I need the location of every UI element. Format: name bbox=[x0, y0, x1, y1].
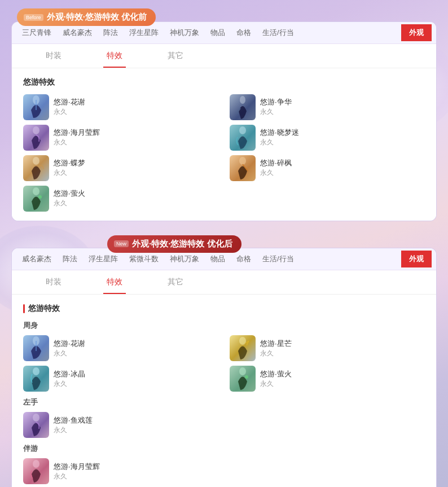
list-item: 悠游·蝶梦 永久 bbox=[23, 155, 218, 181]
tab-shizhuang-after[interactable]: 时装 bbox=[23, 270, 84, 294]
list-item: 悠游·冰晶 永久 bbox=[23, 366, 218, 392]
effect-duration: 永久 bbox=[54, 138, 100, 147]
effect-name: 悠游·冰晶 bbox=[54, 369, 85, 379]
tab-qita-before[interactable]: 其它 bbox=[145, 44, 206, 68]
effect-info-yinghuo2: 悠游·萤火 永久 bbox=[260, 369, 292, 389]
nav-weiming-after[interactable]: 威名豪杰 bbox=[16, 248, 57, 270]
effect-duration: 永久 bbox=[54, 472, 100, 481]
before-badge: Before 外观·特效·悠游特效 优化前 bbox=[17, 8, 156, 26]
list-item: 悠游·海月莹辉 永久 bbox=[23, 125, 218, 151]
subsection-zuoshou: 左手 bbox=[23, 397, 425, 407]
effect-info-suifeng: 悠游·碎枫 永久 bbox=[260, 158, 292, 178]
effect-icon-diemeng bbox=[23, 155, 49, 181]
subsection-banyou: 伴游 bbox=[23, 444, 425, 454]
svg-point-13 bbox=[239, 367, 246, 375]
before-section: Before 外观·特效·悠游特效 优化前 三尺青锋 威名豪杰 阵法 浮生星阵 … bbox=[11, 8, 437, 221]
nav-shenji[interactable]: 神机万象 bbox=[164, 22, 205, 43]
effect-info-xingmang: 悠游·星芒 永久 bbox=[260, 339, 292, 358]
effect-info-zhenghua: 悠游·争华 永久 bbox=[260, 97, 292, 117]
svg-point-8 bbox=[33, 187, 39, 195]
after-badge: New 外观·特效·悠游特效 优化后 bbox=[107, 235, 241, 253]
effect-name: 悠游·碎枫 bbox=[260, 158, 292, 168]
after-icon-bingjing bbox=[23, 366, 49, 392]
before-section-title: 悠游特效 bbox=[23, 77, 425, 87]
effect-icon-suifeng bbox=[230, 155, 256, 181]
svg-point-5 bbox=[33, 157, 39, 165]
effect-info-haiyue2: 悠游·海月莹辉 永久 bbox=[54, 462, 100, 481]
after-icon-xingmang bbox=[230, 335, 256, 361]
before-title: 外观·特效·悠游特效 优化前 bbox=[47, 12, 147, 23]
effect-duration: 永久 bbox=[54, 379, 85, 389]
effect-name: 悠游·花谢 bbox=[54, 97, 85, 107]
effect-duration: 永久 bbox=[54, 168, 85, 178]
after-card: 威名豪杰 阵法 浮生星阵 紫微斗数 神机万象 物品 命格 生活/行当 外观 时装… bbox=[11, 248, 437, 487]
before-content: 悠游特效 悠游·花谢 永久 bbox=[12, 68, 436, 221]
svg-point-12 bbox=[33, 367, 39, 375]
before-tab-bar: 时装 特效 其它 bbox=[12, 44, 436, 68]
nav-shenghuo-after[interactable]: 生活/行当 bbox=[257, 248, 300, 270]
svg-point-9 bbox=[38, 195, 42, 199]
list-item: 悠游·鱼戏莲 永久 bbox=[23, 412, 218, 438]
effect-info-bingjing: 悠游·冰晶 永久 bbox=[54, 369, 85, 389]
effect-duration: 永久 bbox=[260, 107, 292, 117]
effect-name: 悠游·花谢 bbox=[54, 339, 85, 349]
after-icon-haiyue bbox=[23, 458, 49, 484]
after-title: 外观·特效·悠游特效 优化后 bbox=[132, 239, 232, 249]
zuoshou-grid: 悠游·鱼戏莲 永久 bbox=[23, 412, 425, 438]
banyou-grid: 悠游·海月莹辉 永久 bbox=[23, 458, 425, 484]
nav-zhenfa-after[interactable]: 阵法 bbox=[57, 248, 83, 270]
nav-waigu-before[interactable]: 外观 bbox=[401, 24, 432, 41]
effect-info-huaxie: 悠游·花谢 永久 bbox=[54, 97, 85, 117]
after-icon-yuxilian bbox=[23, 412, 49, 438]
effect-info-xiaomeng: 悠游·晓梦迷 永久 bbox=[260, 128, 299, 147]
effect-name: 悠游·海月莹辉 bbox=[54, 462, 100, 472]
effect-name: 悠游·星芒 bbox=[260, 339, 292, 349]
effect-duration: 永久 bbox=[54, 199, 85, 208]
effect-name: 悠游·萤火 bbox=[54, 188, 85, 199]
effect-icon-huaxie bbox=[23, 94, 49, 120]
svg-point-4 bbox=[239, 126, 246, 134]
after-tag: New bbox=[114, 240, 129, 247]
effect-icon-zhenghua bbox=[230, 94, 256, 120]
page-wrapper: Before 外观·特效·悠游特效 优化前 三尺青锋 威名豪杰 阵法 浮生星阵 … bbox=[0, 0, 448, 487]
nav-wupin[interactable]: 物品 bbox=[205, 22, 231, 43]
nav-shenghuo[interactable]: 生活/行当 bbox=[257, 22, 300, 43]
list-item: 悠游·花谢 永久 bbox=[23, 94, 218, 120]
effect-icon-xiaomeng bbox=[230, 125, 256, 151]
after-content: 悠游特效 周身 悠游·花谢 永久 bbox=[12, 295, 436, 487]
svg-point-3 bbox=[33, 126, 39, 134]
effect-icon-yinghuo bbox=[23, 186, 49, 212]
effect-info-yinghuo: 悠游·萤火 永久 bbox=[54, 188, 85, 208]
list-item: 悠游·晓梦迷 永久 bbox=[230, 125, 425, 151]
effect-name: 悠游·晓梦迷 bbox=[260, 128, 299, 138]
nav-minge[interactable]: 命格 bbox=[231, 22, 257, 43]
subsection-zhoushen: 周身 bbox=[23, 321, 425, 331]
tab-shizhuang-before[interactable]: 时装 bbox=[23, 44, 84, 68]
tab-texiao-after[interactable]: 特效 bbox=[84, 270, 145, 294]
svg-point-15 bbox=[33, 414, 39, 422]
after-tab-bar: 时装 特效 其它 bbox=[12, 270, 436, 295]
svg-point-16 bbox=[33, 460, 39, 468]
effect-info-diemeng: 悠游·蝶梦 永久 bbox=[54, 158, 85, 178]
effect-name: 悠游·争华 bbox=[260, 97, 292, 107]
effect-duration: 永久 bbox=[260, 349, 292, 358]
after-section-title: 悠游特效 bbox=[23, 304, 425, 314]
list-item: 悠游·花谢 永久 bbox=[23, 335, 218, 361]
nav-waigu-after[interactable]: 外观 bbox=[401, 251, 432, 267]
list-item: 悠游·萤火 永久 bbox=[230, 366, 425, 392]
svg-point-14 bbox=[245, 375, 248, 379]
effect-name: 悠游·蝶梦 bbox=[54, 158, 85, 168]
list-item: 悠游·海月莹辉 永久 bbox=[23, 458, 218, 484]
effect-info-yuxilian: 悠游·鱼戏莲 永久 bbox=[54, 415, 93, 435]
effect-duration: 永久 bbox=[54, 107, 85, 117]
effect-info-huaxie2: 悠游·花谢 永久 bbox=[54, 339, 85, 358]
svg-point-1 bbox=[240, 96, 245, 104]
svg-point-6 bbox=[239, 157, 246, 165]
effect-name: 悠游·萤火 bbox=[260, 369, 292, 379]
tab-qita-after[interactable]: 其它 bbox=[145, 270, 206, 294]
before-tag: Before bbox=[24, 14, 43, 21]
effect-duration: 永久 bbox=[54, 425, 93, 435]
before-effect-grid: 悠游·花谢 永久 悠游·争华 永久 bbox=[23, 94, 425, 212]
tab-texiao-before[interactable]: 特效 bbox=[84, 44, 145, 68]
after-icon-yinghuo bbox=[230, 366, 256, 392]
